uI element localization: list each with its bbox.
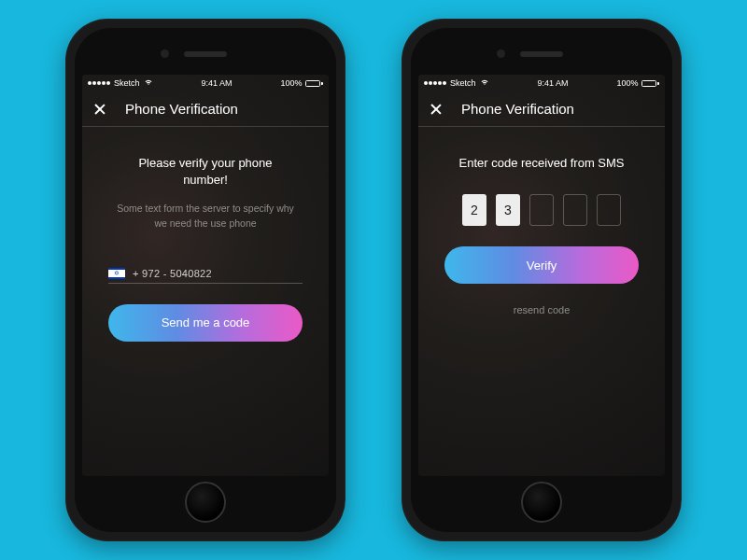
home-button[interactable] — [185, 482, 226, 523]
verify-button[interactable]: Verify — [444, 246, 639, 284]
battery-icon — [305, 80, 323, 87]
verify-heading: Please verify your phone number! — [108, 155, 303, 189]
verify-subtext: Some text form the server to specify why… — [108, 202, 303, 230]
code-digit-4[interactable] — [563, 194, 587, 226]
camera-dot — [161, 49, 169, 58]
status-right: 100% — [280, 78, 323, 88]
signal-icon — [88, 81, 110, 85]
status-left: Sketch — [424, 78, 489, 88]
speaker-slot — [184, 51, 227, 57]
phone-frame: Sketch 9:41 AM 100% Phone Verification — [75, 28, 336, 532]
nav-bar: Phone Verification — [82, 91, 329, 127]
phone-mockup-right: Sketch 9:41 AM 100% Phone Verification — [402, 19, 682, 541]
status-time: 9:41 AM — [201, 78, 232, 88]
content: Please verify your phone number! Some te… — [82, 127, 329, 476]
home-button[interactable] — [521, 482, 562, 523]
carrier-label: Sketch — [450, 78, 476, 88]
code-digit-5[interactable] — [597, 194, 621, 226]
close-icon[interactable] — [93, 103, 106, 116]
battery-percent: 100% — [280, 78, 302, 88]
close-icon[interactable] — [430, 103, 443, 116]
wifi-icon — [144, 78, 153, 88]
code-digit-1[interactable]: 2 — [462, 194, 486, 226]
battery-percent: 100% — [616, 78, 638, 88]
nav-title: Phone Verification — [125, 101, 238, 117]
resend-code-link[interactable]: resend code — [444, 304, 639, 315]
enter-code-heading: Enter code received from SMS — [444, 155, 639, 172]
camera-dot — [497, 49, 505, 58]
screen: Sketch 9:41 AM 100% Phone Verification — [82, 75, 329, 476]
phone-frame: Sketch 9:41 AM 100% Phone Verification — [411, 28, 672, 532]
battery-icon — [641, 80, 659, 87]
content: Enter code received from SMS 2 3 Verify … — [418, 127, 665, 476]
status-bar: Sketch 9:41 AM 100% — [418, 75, 665, 91]
wifi-icon — [480, 78, 489, 88]
status-right: 100% — [616, 78, 659, 88]
phone-number-value: + 972 - 5040822 — [133, 268, 212, 279]
send-code-button[interactable]: Send me a code — [108, 304, 303, 342]
status-bar: Sketch 9:41 AM 100% — [82, 75, 329, 91]
code-input-group: 2 3 — [444, 194, 639, 226]
carrier-label: Sketch — [114, 78, 140, 88]
signal-icon — [424, 81, 446, 85]
nav-bar: Phone Verification — [418, 91, 665, 127]
status-left: Sketch — [88, 78, 153, 88]
code-digit-3[interactable] — [529, 194, 554, 226]
phone-mockup-left: Sketch 9:41 AM 100% Phone Verification — [65, 19, 345, 541]
nav-title: Phone Verification — [461, 101, 574, 117]
speaker-slot — [520, 51, 563, 57]
phone-input-row[interactable]: + 972 - 5040822 — [108, 268, 303, 284]
code-digit-2[interactable]: 3 — [496, 194, 520, 226]
screen: Sketch 9:41 AM 100% Phone Verification — [418, 75, 665, 476]
status-time: 9:41 AM — [537, 78, 568, 88]
flag-icon-israel — [108, 268, 125, 279]
